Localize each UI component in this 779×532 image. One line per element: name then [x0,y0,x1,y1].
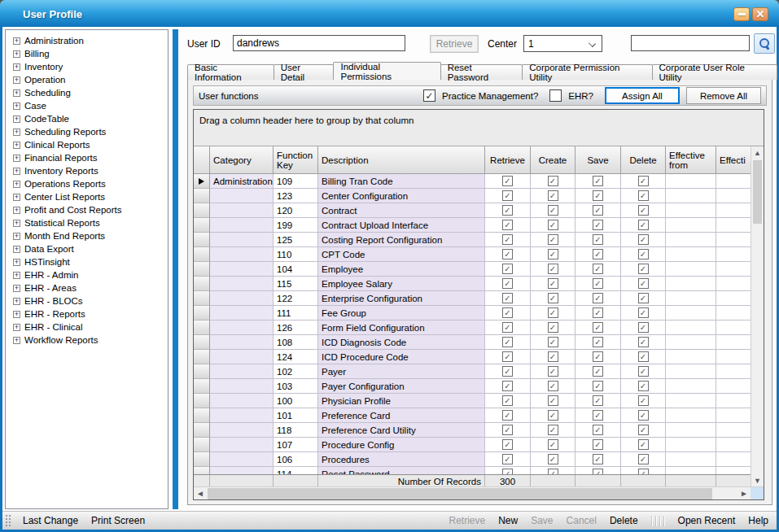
retrieve-button[interactable]: Retrieve [430,35,479,53]
save-checkbox[interactable]: ✓ [593,366,603,377]
delete-checkbox[interactable]: ✓ [638,249,649,259]
expand-plus-icon[interactable]: + [13,298,20,305]
create-checkbox[interactable]: ✓ [548,249,558,259]
create-checkbox[interactable]: ✓ [548,439,558,450]
sidebar-item-case[interactable]: +Case [6,99,168,112]
save-checkbox[interactable]: ✓ [593,337,603,347]
row-gutter[interactable] [194,218,210,233]
delete-checkbox[interactable]: ✓ [638,322,649,333]
sidebar-item-inventory[interactable]: +Inventory [6,60,168,73]
expand-plus-icon[interactable]: + [13,181,20,188]
column-header-save[interactable]: Save [575,146,621,174]
delete-checkbox[interactable]: ✓ [638,395,649,406]
save-checkbox[interactable]: ✓ [593,205,603,216]
delete-checkbox[interactable]: ✓ [638,220,649,230]
column-header-create[interactable]: Create [531,146,575,174]
expand-plus-icon[interactable]: + [13,337,20,344]
row-gutter[interactable] [194,394,210,408]
create-checkbox[interactable]: ✓ [548,410,558,421]
sidebar-item-statistical-reports[interactable]: +Statistical Reports [6,216,168,229]
remove-all-button[interactable]: Remove All [686,87,761,104]
save-checkbox[interactable]: ✓ [593,322,603,333]
expand-plus-icon[interactable]: + [13,102,20,110]
save-checkbox[interactable]: ✓ [593,278,603,289]
create-checkbox[interactable]: ✓ [548,454,558,464]
sidebar-item-inventory-reports[interactable]: +Inventory Reports [6,164,168,177]
create-checkbox[interactable]: ✓ [548,351,558,362]
sidebar-item-operations-reports[interactable]: +Operations Reports [6,177,168,190]
delete-checkbox[interactable]: ✓ [638,425,649,435]
create-checkbox[interactable]: ✓ [548,278,558,289]
row-gutter[interactable] [194,364,210,379]
row-gutter[interactable] [194,291,210,306]
save-checkbox[interactable]: ✓ [593,307,603,318]
delete-checkbox[interactable]: ✓ [638,454,649,464]
row-gutter[interactable] [194,277,210,291]
expand-plus-icon[interactable]: + [13,285,20,292]
expand-plus-icon[interactable]: + [13,311,20,318]
save-checkbox[interactable]: ✓ [593,351,603,362]
retrieve-checkbox[interactable]: ✓ [502,234,513,245]
retrieve-checkbox[interactable]: ✓ [502,220,513,230]
sidebar-item-month-end-reports[interactable]: +Month End Reports [6,229,168,242]
expand-plus-icon[interactable]: + [13,272,20,279]
create-checkbox[interactable]: ✓ [548,366,558,377]
scroll-down-icon[interactable]: ▼ [751,474,764,487]
retrieve-checkbox[interactable]: ✓ [502,454,513,464]
sidebar-item-data-export[interactable]: +Data Export [6,242,168,255]
sidebar-item-workflow-reports[interactable]: +Workflow Reports [6,334,168,347]
expand-plus-icon[interactable]: + [13,50,20,58]
column-header-category[interactable]: Category [210,146,274,174]
retrieve-checkbox[interactable]: ✓ [502,278,513,289]
expand-plus-icon[interactable]: + [13,37,20,45]
delete-checkbox[interactable]: ✓ [638,205,649,216]
tab-individual-permissions[interactable]: Individual Permissions [333,62,440,80]
scroll-up-icon[interactable]: ▲ [751,146,764,159]
center-dropdown[interactable]: 1 [523,35,602,52]
horizontal-scroll-thumb[interactable] [208,488,712,499]
row-gutter[interactable] [194,174,210,189]
tab-basic-information[interactable]: Basic Information [187,64,274,80]
expand-plus-icon[interactable]: + [13,76,20,84]
row-gutter[interactable] [194,189,210,203]
expand-plus-icon[interactable]: + [13,194,20,201]
sidebar-item-ehr-areas[interactable]: +EHR - Areas [6,281,168,294]
save-checkbox[interactable]: ✓ [593,381,603,391]
save-checkbox[interactable]: ✓ [593,293,603,303]
row-gutter[interactable] [194,306,210,321]
sidebar-item-ehr-blocs[interactable]: +EHR - BLOCs [6,294,168,307]
save-checkbox[interactable]: ✓ [593,410,603,421]
sidebar-item-billing[interactable]: +Billing [6,47,168,60]
create-checkbox[interactable]: ✓ [548,322,558,333]
statusbar-new[interactable]: New [498,515,518,526]
retrieve-checkbox[interactable]: ✓ [502,366,513,377]
splitter-bar[interactable] [173,29,178,509]
column-header-gutter[interactable] [194,146,210,174]
create-checkbox[interactable]: ✓ [548,469,558,474]
practice-management-checkbox[interactable]: ✓ [423,89,435,102]
create-checkbox[interactable]: ✓ [548,337,558,347]
tab-corporate-user-role-utility[interactable]: Corporate User Role Utility [652,64,778,80]
delete-checkbox[interactable]: ✓ [638,366,649,377]
expand-plus-icon[interactable]: + [13,324,20,331]
row-gutter[interactable] [194,379,210,394]
statusbar-open-recent[interactable]: Open Recent [678,515,736,526]
retrieve-checkbox[interactable]: ✓ [502,307,513,318]
ehr-checkbox[interactable] [549,89,562,102]
save-checkbox[interactable]: ✓ [593,220,603,230]
sidebar-item-scheduling-reports[interactable]: +Scheduling Reports [6,125,168,138]
expand-plus-icon[interactable]: + [13,220,20,227]
delete-checkbox[interactable]: ✓ [638,307,649,318]
save-checkbox[interactable]: ✓ [593,439,603,450]
delete-checkbox[interactable]: ✓ [638,410,649,421]
assign-all-button[interactable]: Assign All [605,87,680,104]
expand-plus-icon[interactable]: + [13,155,20,162]
retrieve-checkbox[interactable]: ✓ [502,337,513,347]
sidebar-item-ehr-clinical[interactable]: +EHR - Clinical [6,321,168,334]
column-header-effective-from[interactable]: Effective from [666,146,716,174]
expand-plus-icon[interactable]: + [13,63,20,71]
tab-corporate-permission-utility[interactable]: Corporate Permission Utility [522,64,652,80]
sidebar-item-clinical-reports[interactable]: +Clinical Reports [6,138,168,151]
row-gutter[interactable] [194,408,210,423]
delete-checkbox[interactable]: ✓ [638,176,649,186]
